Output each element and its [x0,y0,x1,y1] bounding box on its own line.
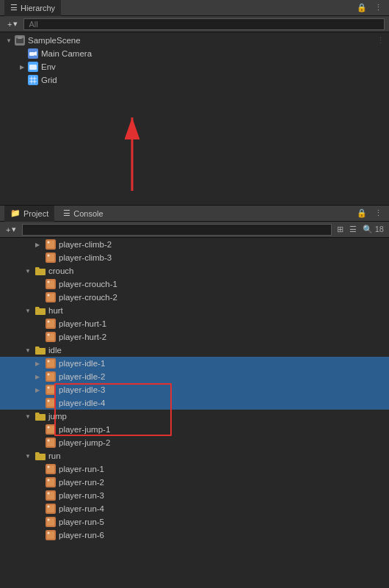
sprite-icon [46,530,56,540]
proj-item-player-climb-3[interactable]: player-climb-3 [0,251,389,264]
proj-item-crouch[interactable]: ▼ crouch [0,264,389,277]
proj-item-jump[interactable]: ▼ jump [0,410,389,423]
project-tab-label: Project [23,209,48,218]
project-content[interactable]: ▶ player-climb-2 player-climb-3▼ crouch … [0,238,389,588]
folder-icon [35,266,46,275]
project-tab-actions: 🔒 ⋮ [355,208,385,219]
tree-item-samplescene[interactable]: SampleScene ⋮ [0,34,389,47]
proj-item-player-run-3[interactable]: player-run-3 [0,489,389,502]
tree-item-grid[interactable]: Grid [0,73,389,87]
sprite-icon [46,239,56,250]
tree-item-maincamera[interactable]: Main Camera [0,47,389,60]
sprite-icon [46,504,56,514]
proj-item-player-idle-4[interactable]: player-idle-4 [0,396,389,410]
proj-item-label-jump: jump [48,412,67,421]
proj-item-idle[interactable]: ▼ idle [0,344,389,357]
svg-point-62 [48,506,50,508]
svg-point-59 [48,493,50,495]
svg-point-68 [48,532,50,534]
tree-item-env[interactable]: Env [0,60,389,73]
hierarchy-toolbar: + ▾ [0,16,389,32]
svg-point-32 [48,334,50,336]
annotation-arrow [95,103,169,200]
proj-item-label-player-run-1: player-run-1 [59,465,104,473]
project-tab[interactable]: 📁 Project [4,206,54,222]
sprite-icon [46,371,56,382]
hierarchy-add-button[interactable]: + ▾ [4,18,21,30]
chevron-right-icon: ▶ [35,374,44,380]
proj-item-player-idle-2[interactable]: ▶ player-idle-2 [0,370,389,383]
proj-item-player-jump-1[interactable]: player-jump-1 [0,423,389,436]
svg-rect-4 [29,52,34,56]
proj-item-player-hurt-1[interactable]: player-hurt-1 [0,317,389,330]
sprite-icon [46,424,56,435]
hierarchy-search-input[interactable] [23,18,385,30]
proj-item-label-player-idle-3: player-idle-3 [59,385,105,394]
proj-item-player-hurt-2[interactable]: player-hurt-2 [0,330,389,344]
chevron-right-icon: ▶ [35,387,44,393]
proj-item-player-run-6[interactable]: player-run-6 [0,529,389,542]
folder-icon [35,412,46,421]
folder-icon [35,346,46,355]
sprite-icon [46,398,56,408]
proj-item-player-crouch-1[interactable]: player-crouch-1 [0,277,389,291]
proj-item-label-hurt: hurt [48,306,63,315]
hierarchy-lock-button[interactable]: 🔒 [355,2,369,13]
project-tab-bar: 📁 Project ☰ Console 🔒 ⋮ [0,206,389,222]
view-zoom-button[interactable]: 🔍 18 [360,224,386,235]
svg-point-50 [48,440,50,442]
view-list-button[interactable]: ☰ [347,224,359,235]
proj-item-label-player-idle-2: player-idle-2 [59,372,105,381]
project-add-button[interactable]: + ▾ [3,223,19,236]
proj-item-player-crouch-2[interactable]: player-crouch-2 [0,291,389,304]
proj-item-player-jump-2[interactable]: player-jump-2 [0,436,389,449]
proj-item-label-player-run-6: player-run-6 [59,531,104,540]
console-tab[interactable]: ☰ Console [57,206,109,222]
svg-point-35 [48,360,50,363]
project-lock-button[interactable]: 🔒 [355,208,369,219]
proj-item-label-player-run-5: player-run-5 [59,518,104,526]
proj-item-label-player-hurt-1: player-hurt-1 [59,319,106,328]
proj-item-hurt[interactable]: ▼ hurt [0,304,389,317]
hierarchy-tab-bar: ☰ Hierarchy 🔒 ⋮ [0,0,389,16]
hierarchy-menu-button[interactable]: ⋮ [372,2,385,13]
proj-item-label-idle: idle [48,346,62,355]
svg-rect-1 [16,38,23,43]
sprite-icon [46,292,56,302]
proj-item-player-run-2[interactable]: player-run-2 [0,476,389,489]
hierarchy-tree: SampleScene ⋮ Main Camera [0,32,389,88]
view-count: 18 [375,225,384,233]
folder-icon [35,306,46,315]
scene-menu-icon[interactable]: ⋮ [377,36,389,46]
project-tab-icon: 📁 [10,208,21,218]
project-search-input[interactable] [22,224,331,236]
hierarchy-tab[interactable]: ☰ Hierarchy [4,0,61,16]
gameobject-icon-grid [28,75,38,85]
proj-item-player-run-1[interactable]: player-run-1 [0,462,389,476]
sprite-icon [46,358,56,369]
svg-point-47 [48,427,50,429]
chevron-down-icon: ▼ [25,347,34,354]
svg-point-38 [48,374,50,376]
camera-icon [28,48,38,59]
proj-item-player-climb-2[interactable]: ▶ player-climb-2 [0,238,389,251]
folder-icon [35,451,46,460]
proj-item-player-idle-1[interactable]: ▶ player-idle-1 [0,357,389,370]
hierarchy-tab-label: Hierarchy [21,4,55,12]
console-tab-label: Console [73,209,103,218]
svg-point-53 [48,466,50,468]
zoom-icon: 🔍 [363,225,373,233]
project-menu-button[interactable]: ⋮ [372,208,385,219]
proj-item-player-run-5[interactable]: player-run-5 [0,515,389,529]
sprite-icon [46,253,56,263]
sprite-icon [46,490,56,501]
view-grid-button[interactable]: ⊞ [335,224,346,235]
chevron-down-icon: ▼ [25,413,34,420]
proj-item-run[interactable]: ▼ run [0,449,389,462]
proj-item-label-player-climb-2: player-climb-2 [59,240,112,249]
proj-item-player-idle-3[interactable]: ▶ player-idle-3 [0,383,389,396]
sprite-icon [46,332,56,342]
proj-item-label-player-idle-4: player-idle-4 [59,399,105,407]
proj-item-player-run-4[interactable]: player-run-4 [0,502,389,515]
project-toolbar: + ▾ ⊞ ☰ 🔍 18 [0,222,389,238]
